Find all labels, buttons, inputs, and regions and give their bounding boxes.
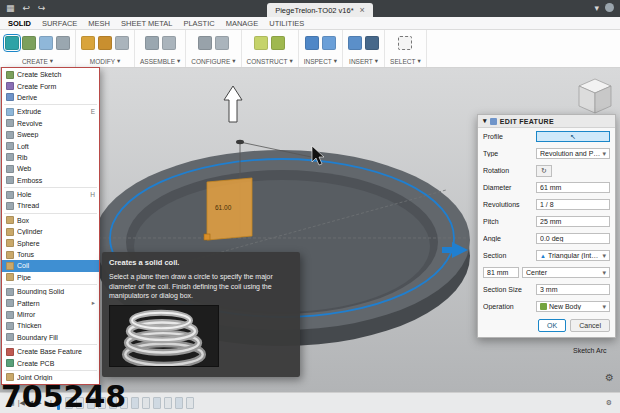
rigid-group-icon[interactable]: [162, 36, 176, 50]
menu-item-sphere[interactable]: Sphere: [2, 237, 99, 248]
revolve-toolbar-icon[interactable]: [56, 36, 70, 50]
tab-solid[interactable]: SOLID: [8, 19, 31, 28]
configuration-table-icon[interactable]: [215, 36, 229, 50]
menu-item-bounding-solid[interactable]: Bounding Solid: [2, 286, 99, 297]
cancel-button[interactable]: Cancel: [570, 319, 610, 332]
angle-input[interactable]: 0.0 deg: [536, 233, 610, 244]
create-sketch-toolbar-icon[interactable]: [22, 36, 36, 50]
operation-dropdown[interactable]: New Body▾: [536, 301, 610, 312]
menu-item-create-pcb[interactable]: Create PCB: [2, 357, 99, 368]
section-dropdown[interactable]: ▲Triangular (Internal)▾: [536, 250, 610, 261]
configuration-icon[interactable]: [198, 36, 212, 50]
timeline-feature-icon[interactable]: [142, 397, 150, 409]
canvas-dimension-label[interactable]: 61.00: [215, 204, 232, 211]
create-group-label[interactable]: CREATE▾: [22, 56, 53, 66]
insert-mesh-icon[interactable]: [348, 36, 362, 50]
rotation-toggle-button[interactable]: ↻: [536, 165, 552, 177]
section-position-dropdown[interactable]: Center▾: [522, 267, 610, 278]
menu-item-boundary-fill[interactable]: Boundary Fill: [2, 332, 99, 343]
type-dropdown[interactable]: Revolution and Pitch▾: [536, 148, 610, 159]
gear-icon[interactable]: ⚙: [605, 372, 614, 383]
measure-icon[interactable]: [305, 36, 319, 50]
modify-group-label[interactable]: MODIFY▾: [90, 56, 121, 66]
menu-separator: [4, 344, 97, 345]
sketch-point[interactable]: [236, 140, 244, 144]
toolbar-group-insert: INSERT▾: [343, 30, 385, 67]
menu-item-rib[interactable]: Rib: [2, 152, 99, 163]
menu-item-create-base-feature[interactable]: Create Base Feature: [2, 346, 99, 357]
redo-icon[interactable]: ↪: [38, 0, 46, 17]
section-size-input[interactable]: 3 mm: [536, 284, 610, 295]
construct-group-label[interactable]: CONSTRUCT▾: [247, 56, 293, 66]
dialog-header[interactable]: ▾ EDIT FEATURE: [478, 115, 615, 128]
user-avatar[interactable]: [605, 3, 614, 12]
menu-item-create-form[interactable]: Create Form: [2, 80, 99, 91]
menu-item-thread[interactable]: Thread: [2, 200, 99, 211]
timeline-feature-icon[interactable]: [153, 397, 161, 409]
menu-item-thicken[interactable]: Thicken: [2, 320, 99, 331]
document-tab[interactable]: PiegeTrelon-TO02 v16* ×: [267, 3, 373, 17]
menu-item-revolve[interactable]: Revolve: [2, 118, 99, 129]
menu-separator: [4, 187, 97, 188]
offset-plane-icon[interactable]: [254, 36, 268, 50]
tab-utilities[interactable]: UTILITIES: [269, 19, 304, 28]
new-component-icon[interactable]: [5, 36, 19, 50]
tab-sheet-metal[interactable]: SHEET METAL: [121, 19, 172, 28]
diameter-input[interactable]: 61 mm: [536, 182, 610, 193]
profile-select-button[interactable]: ↖: [536, 131, 610, 142]
select-tool-icon[interactable]: [398, 36, 412, 50]
undo-icon[interactable]: ↩: [23, 0, 31, 17]
menu-item-web[interactable]: Web: [2, 163, 99, 174]
joint-icon[interactable]: [145, 36, 159, 50]
menu-item-derive[interactable]: Derive: [2, 92, 99, 103]
fillet-icon[interactable]: [81, 36, 95, 50]
right-arrow-tail[interactable]: [442, 247, 452, 253]
menu-item-hole[interactable]: HoleH: [2, 189, 99, 200]
create-form-icon: [6, 82, 14, 90]
extrude-toolbar-icon[interactable]: [39, 36, 53, 50]
timeline-feature-icon[interactable]: [164, 397, 172, 409]
tab-surface[interactable]: SURFACE: [42, 19, 77, 28]
close-tab-icon[interactable]: ×: [360, 5, 365, 15]
menu-item-mirror[interactable]: Mirror: [2, 309, 99, 320]
menu-item-extrude[interactable]: ExtrudeE: [2, 106, 99, 117]
shell-icon[interactable]: [98, 36, 112, 50]
app-grid-icon[interactable]: ▦: [6, 0, 15, 17]
menu-item-pattern[interactable]: Pattern▸: [2, 297, 99, 308]
pitch-input[interactable]: 25 mm: [536, 216, 610, 227]
menu-item-torus[interactable]: Torus: [2, 249, 99, 260]
tab-plastic[interactable]: PLASTIC: [183, 19, 214, 28]
menu-item-sweep[interactable]: Sweep: [2, 129, 99, 140]
configure-group-label[interactable]: CONFIGURE▾: [191, 56, 235, 66]
tab-manage[interactable]: MANAGE: [226, 19, 259, 28]
menu-item-box[interactable]: Box: [2, 215, 99, 226]
section-handle[interactable]: [204, 234, 210, 240]
section-analysis-icon[interactable]: [322, 36, 336, 50]
select-group-label[interactable]: SELECT▾: [390, 56, 421, 66]
insert-group-label[interactable]: INSERT▾: [349, 56, 378, 66]
section-position-input[interactable]: 81 mm: [483, 267, 519, 278]
menu-item-coil[interactable]: Coil: [2, 260, 99, 271]
timeline-feature-icon[interactable]: [175, 397, 183, 409]
assemble-group-label[interactable]: ASSEMBLE▾: [140, 56, 180, 66]
cursor-icon: ↖: [570, 133, 576, 141]
gear-icon[interactable]: ⚙: [606, 399, 612, 407]
toolbar-group-configure: CONFIGURE▾: [186, 30, 241, 67]
menu-item-cylinder[interactable]: Cylinder: [2, 226, 99, 237]
chamfer-icon[interactable]: [115, 36, 129, 50]
timeline-feature-icon[interactable]: [131, 397, 139, 409]
axis-icon[interactable]: [271, 36, 285, 50]
thread-icon: [6, 202, 14, 210]
chevron-down-icon: ▾: [375, 57, 378, 65]
timeline-feature-icon[interactable]: [186, 397, 194, 409]
menu-item-loft[interactable]: Loft: [2, 140, 99, 151]
menu-item-create-sketch[interactable]: Create Sketch: [2, 69, 99, 80]
insert-svg-icon[interactable]: [365, 36, 379, 50]
tab-mesh[interactable]: MESH: [88, 19, 110, 28]
chevron-down-icon[interactable]: ▾: [594, 0, 599, 17]
revolutions-input[interactable]: 1 / 8: [536, 199, 610, 210]
inspect-group-label[interactable]: INSPECT▾: [304, 56, 337, 66]
menu-item-emboss[interactable]: Emboss: [2, 175, 99, 186]
menu-item-pipe[interactable]: Pipe: [2, 272, 99, 283]
ok-button[interactable]: OK: [538, 319, 566, 332]
